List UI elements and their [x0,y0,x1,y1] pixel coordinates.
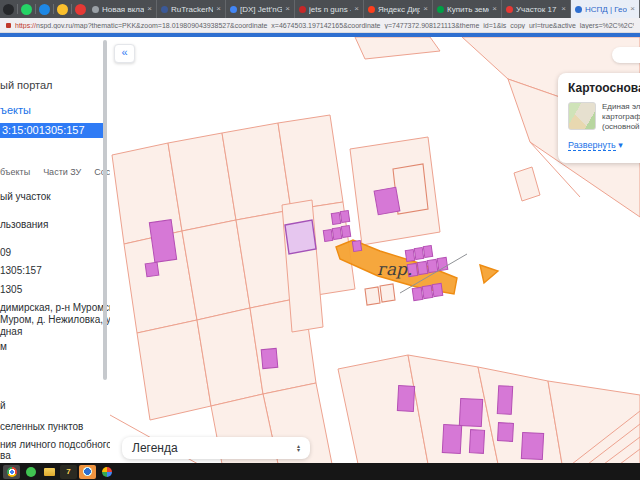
field-usage-label: льзования [0,219,48,230]
browser-tab[interactable]: Участок 17 со...× [502,0,571,18]
map-building[interactable] [469,430,484,454]
mail-icon-glyph [83,467,92,476]
tab-title: Купить земел... [447,5,489,14]
map-building[interactable] [497,386,512,415]
object-card-sidebar: ый портал ъекты 3:15:001305:157 бъекты Ч… [0,37,111,463]
map-building[interactable] [423,245,432,257]
basemap-description: Единая элек картографич (основной с [602,102,640,132]
chrome-icon-glyph [7,467,17,477]
youtube-pinned-icon[interactable] [75,4,86,15]
basemap-card: Картооснова Единая элек картографич (осн… [558,73,640,163]
url-rest: nspd.gov.ru/map?thematic=PKK&zoom=18.019… [36,22,634,29]
sidebar-scrollbar[interactable] [103,40,107,380]
tab-objects[interactable]: бъекты [0,167,30,177]
tab-favicon [506,6,513,13]
tab-close-icon[interactable]: × [492,5,497,13]
tab-close-icon[interactable]: × [285,5,290,13]
map-parcel-violet[interactable] [285,220,316,254]
objects-link[interactable]: ъекты [0,104,31,116]
basemap-expand-link[interactable]: Развернуть ▾ [568,140,640,150]
map-building[interactable] [459,398,482,426]
map-label-garages: гар. [377,259,412,279]
mail-icon[interactable] [79,465,96,479]
legend-label: Легенда [132,441,178,455]
legend-bar[interactable]: Легенда ▴▾ [122,437,310,459]
map-canvas[interactable]: гар. « Картооснова Единая элек картограф… [110,37,640,463]
url-text[interactable]: https://nspd.gov.ru/map?thematic=PKK&zoo… [15,22,634,29]
security-warning-icon [6,23,11,28]
whatsapp-icon-glyph [26,467,36,477]
map-building[interactable] [145,262,159,277]
chrome-icon[interactable] [3,465,20,479]
map-building[interactable] [374,187,400,214]
tab-close-icon[interactable]: × [423,5,428,13]
whatsapp-pinned-icon[interactable] [21,4,32,15]
photos-icon[interactable] [98,465,115,479]
tab-title: jets n guns - П... [309,5,351,14]
browser-tab[interactable]: [DX] Jett'nGu...× [226,0,295,18]
map-building[interactable] [323,229,332,241]
map-building[interactable] [340,210,349,222]
browser-tab[interactable]: Купить земел...× [433,0,502,18]
whatsapp-icon[interactable] [22,465,39,479]
tab-favicon [92,6,99,13]
map-building[interactable] [352,240,361,251]
tab-close-icon[interactable]: × [630,5,635,13]
tab-favicon [161,6,168,13]
files-icon-glyph [44,468,55,476]
map-parcel[interactable] [355,37,440,59]
map-building[interactable] [261,348,278,368]
browser-tab[interactable]: jets n guns - П...× [295,0,364,18]
tab-favicon [575,6,582,13]
terminal-icon[interactable]: 7 [60,465,77,479]
field-quarter: 1305 [0,284,22,295]
tab-title: RuTrackerNet : [171,5,213,14]
map-building[interactable] [412,287,423,300]
google-app-pinned-icon[interactable] [57,4,68,15]
map-building[interactable] [397,386,414,412]
tab-close-icon[interactable]: × [147,5,152,13]
browser-tab[interactable]: RuTrackerNet :× [157,0,226,18]
field-status: й [0,400,6,411]
map-toolbar-cut[interactable] [612,47,640,63]
url-scheme: https:// [15,22,36,29]
map-selected-parcel[interactable] [480,265,498,283]
cadastral-number-selected[interactable]: 3:15:001305:157 [0,123,107,138]
field-value-09: 09 [0,247,11,258]
files-icon[interactable] [41,465,58,479]
tab-parts-zu[interactable]: Части ЗУ [43,167,81,177]
legend-expand-icon[interactable]: ▴▾ [297,444,300,452]
map-building[interactable] [417,261,428,274]
screen: Новая вкладка×RuTrackerNet :×[DX] Jett'n… [0,0,640,480]
map-building[interactable] [422,285,433,298]
map-building[interactable] [432,283,443,296]
map-building[interactable] [341,225,350,237]
tab-favicon [299,6,306,13]
url-bar[interactable]: https://nspd.gov.ru/map?thematic=PKK&zoo… [0,18,640,33]
map-building-outline[interactable] [380,284,395,302]
tab-favicon [368,6,375,13]
map-building[interactable] [331,212,340,224]
photos-icon-glyph [102,467,112,477]
sidebar-collapse-button[interactable]: « [114,44,135,63]
tab-close-icon[interactable]: × [354,5,359,13]
basemap-thumbnail[interactable] [568,102,596,130]
portal-title: ый портал [0,79,53,91]
map-building[interactable] [414,247,423,259]
tab-close-icon[interactable]: × [561,5,566,13]
tab-close-icon[interactable]: × [216,5,221,13]
map-building[interactable] [521,432,543,459]
map-building[interactable] [442,425,461,454]
map-building[interactable] [332,227,341,239]
map-building[interactable] [498,423,514,442]
map-building[interactable] [427,259,438,272]
field-cad-number: 1305:157 [0,265,42,276]
browser-menu-icon[interactable] [3,4,14,15]
field-address-line3: дная [0,326,22,337]
mail-app-pinned-icon[interactable] [39,4,50,15]
browser-tab-active[interactable]: НСПД | Геоин...× [571,0,640,18]
map-building-outline[interactable] [365,287,380,305]
map-parcel[interactable] [514,167,540,201]
browser-tab[interactable]: Яндекс Дирек...× [364,0,433,18]
browser-tab[interactable]: Новая вкладка× [88,0,157,18]
